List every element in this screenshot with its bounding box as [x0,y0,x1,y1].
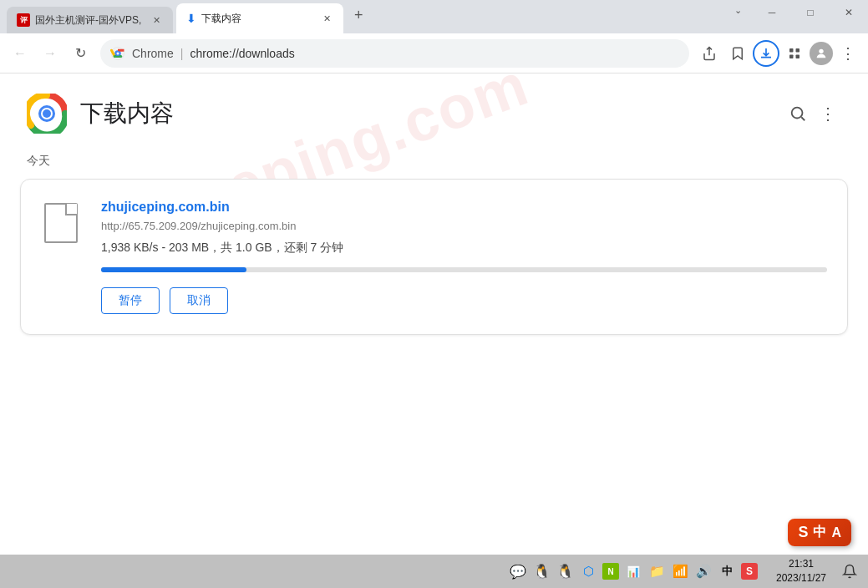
sogou-input-icon[interactable]: 📊 [624,562,642,580]
svg-rect-5 [796,48,800,53]
ime-chinese-label: 中 [813,524,826,541]
extensions-button[interactable] [781,40,808,67]
address-brand-label: Chrome [132,47,174,60]
download-info: zhujiceping.com.bin http://65.75.209.209… [101,200,827,314]
taskbar-icons: 💬 🐧 🐧 ⬡ N 📊 📁 📶 🔊 中 S [509,562,758,580]
qq-icon[interactable]: 🐧 [532,562,551,580]
maximize-button[interactable]: □ [791,0,830,26]
tab-close-inactive[interactable]: ✕ [150,13,163,27]
svg-rect-6 [789,54,794,58]
address-divider: | [180,47,184,60]
minimize-button[interactable]: ─ [753,0,791,26]
svg-point-12 [43,109,51,118]
bluetooth-icon[interactable]: ⬡ [579,562,597,580]
taskbar-time: 21:31 [789,557,814,571]
taskbar-date: 2023/11/27 [776,571,826,585]
menu-button[interactable]: ⋮ [835,40,861,67]
progress-bar-fill [101,267,246,272]
file-icon-wrap [41,200,81,246]
svg-point-13 [792,108,803,119]
sogou-s-icon[interactable]: S [741,563,758,580]
download-url: http://65.75.209.209/zhujiceping.com.bin [101,220,827,232]
download-item: zhujiceping.com.bin http://65.75.209.209… [20,179,848,335]
download-status: 1,938 KB/s - 203 MB，共 1.0 GB，还剩 7 分钟 [101,241,827,256]
more-options-button[interactable]: ⋮ [815,100,841,127]
svg-point-3 [117,52,119,54]
chrome-favicon-icon [110,46,125,61]
svg-point-8 [819,48,823,53]
download-actions: 暂停 取消 [101,287,827,314]
file-manager-icon[interactable]: 📁 [647,562,666,580]
profile-button[interactable] [810,42,833,65]
toolbar: ← → ↻ Chrome | chrome://downloads [0,33,868,74]
tab-active-title: 下载内容 [201,12,312,26]
tab-inactive-title: 国外主机测评-国外VPS, [35,13,141,28]
section-today-label: 今天 [0,147,868,179]
wechat-icon[interactable]: 💬 [509,562,527,580]
header-actions: ⋮ [784,100,841,127]
extensions-icon [787,46,802,61]
ime-chinese-icon[interactable]: 中 [718,562,736,580]
notification-button[interactable] [838,560,861,583]
new-tab-button[interactable]: + [347,3,370,27]
download-tab-icon: ⬇ [186,12,196,25]
tab-favicon-inactive: 评 [17,13,30,27]
tab-close-active[interactable]: ✕ [320,12,333,25]
tab-active[interactable]: ⬇ 下载内容 ✕ [176,3,343,33]
page-title: 下载内容 [80,98,174,129]
file-icon [44,203,78,243]
address-url: chrome://downloads [190,47,679,60]
downloads-title-area: 下载内容 [27,94,174,134]
search-downloads-button[interactable] [784,100,811,127]
window-restore-hint[interactable]: ⌄ [724,0,751,23]
downloads-header: 下载内容 ⋮ [0,74,868,147]
share-icon [702,46,717,61]
cancel-button[interactable]: 取消 [170,287,228,314]
progress-bar-background [101,267,827,272]
bookmark-button[interactable] [724,40,751,67]
forward-button[interactable]: → [37,40,63,67]
browser-window: 评 国外主机测评-国外VPS, ✕ ⬇ 下载内容 ✕ + ⌄ ─ □ ✕ ← →… [0,0,868,588]
reload-button[interactable]: ↻ [67,40,94,67]
download-filename[interactable]: zhujiceping.com.bin [101,200,827,215]
svg-rect-4 [789,48,794,53]
taskbar: 💬 🐧 🐧 ⬡ N 📊 📁 📶 🔊 中 S 21:31 2023/11/27 [0,555,868,588]
titlebar: 评 国外主机测评-国外VPS, ✕ ⬇ 下载内容 ✕ + ⌄ ─ □ ✕ [0,0,868,33]
svg-rect-7 [796,54,800,58]
taskbar-clock[interactable]: 21:31 2023/11/27 [768,557,835,585]
chrome-logo-icon [27,94,67,134]
back-button[interactable]: ← [7,40,33,67]
address-bar[interactable]: Chrome | chrome://downloads [100,39,689,68]
search-icon [789,104,807,123]
share-button[interactable] [696,40,723,67]
nvidia-icon[interactable]: N [602,563,619,580]
toolbar-right: ⋮ [696,40,861,67]
ime-english-label: A [831,525,841,540]
download-indicator-button[interactable] [753,40,779,67]
volume-icon[interactable]: 🔊 [694,562,713,580]
window-controls: ⌄ ─ □ ✕ [724,0,868,33]
tab-inactive[interactable]: 评 国外主机测评-国外VPS, ✕ [7,7,173,33]
wifi-icon[interactable]: 📶 [671,562,689,580]
ime-indicator[interactable]: S 中 A [788,519,851,546]
close-button[interactable]: ✕ [830,0,868,26]
page-content: 下载内容 ⋮ zhujiceping.com 今天 zhuji [0,74,868,555]
profile-icon [815,47,828,60]
notification-icon [842,564,857,579]
ime-s-label: S [798,524,808,541]
download-indicator-icon [759,47,773,60]
pause-button[interactable]: 暂停 [101,287,160,314]
bookmark-icon [730,46,745,61]
linux-icon[interactable]: 🐧 [556,562,574,580]
